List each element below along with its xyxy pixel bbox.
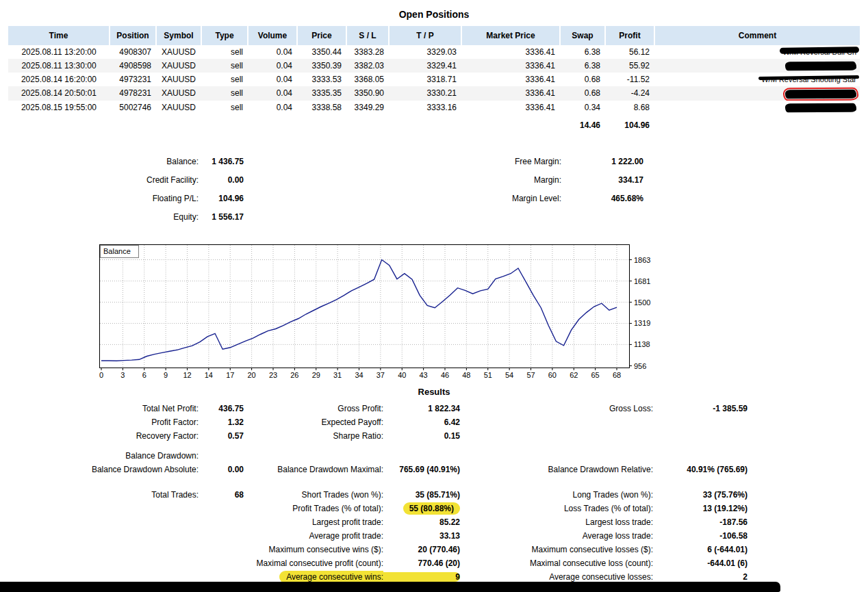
- table-row: 2025.08.15 19:55:005002746XAUUSDsell0.04…: [8, 101, 860, 114]
- cell-type: sell: [201, 101, 248, 114]
- results-row: Balance Drawdown:: [8, 449, 868, 463]
- column-header: Price: [297, 26, 346, 45]
- result-value: 436.75: [199, 404, 244, 413]
- svg-text:54: 54: [505, 371, 513, 379]
- cell-tp: 3330.21: [389, 86, 461, 100]
- cell-volume: 0.04: [248, 59, 297, 73]
- cell-time: 2025.08.11 13:20:00: [8, 45, 110, 59]
- cell-swap: 6.38: [560, 45, 605, 59]
- cell-tp: 3329.03: [389, 45, 461, 59]
- cell-comment: [654, 86, 860, 100]
- result-label: Largest loss trade:: [460, 517, 653, 527]
- cell-market-price: 3336.41: [461, 73, 560, 86]
- result-label: Maximum consecutive losses ($):: [460, 545, 653, 554]
- results-spacer: [0, 443, 868, 449]
- cell-comment: [654, 59, 860, 73]
- summary-row: Floating P/L:104.96: [8, 190, 244, 208]
- summary-row: Credit Facility:0.00: [8, 171, 244, 190]
- result-value: 1.32: [199, 417, 244, 427]
- cell-volume: 0.04: [248, 73, 297, 86]
- cell-price: 3335.35: [297, 86, 346, 100]
- cell-price: 3350.44: [297, 45, 346, 59]
- result-label: Profit Factor:: [8, 417, 199, 427]
- summary-value: 465.68%: [561, 194, 643, 203]
- svg-text:60: 60: [548, 371, 557, 379]
- redaction-scribble: [785, 103, 856, 113]
- result-value: 6 (-644.01): [653, 545, 748, 554]
- column-header: T / P: [389, 26, 461, 45]
- column-header: Volume: [248, 26, 297, 45]
- svg-text:3: 3: [120, 371, 125, 379]
- result-value: 85.22: [383, 517, 460, 527]
- positions-tbody: 2025.08.11 13:20:004908307XAUUSDsell0.04…: [8, 45, 860, 133]
- result-label: Long Trades (won %):: [460, 490, 653, 500]
- result-value: 0.15: [383, 431, 460, 441]
- summary-left-column: Balance:1 436.75Credit Facility:0.00Floa…: [8, 153, 244, 227]
- cell-position: 4908598: [110, 59, 156, 73]
- results-row: Recovery Factor:0.57Sharpe Ratio:0.15: [8, 429, 868, 443]
- svg-text:51: 51: [484, 371, 492, 379]
- result-label: Short Trades (won %):: [244, 490, 383, 500]
- cell-symbol: XAUUSD: [156, 45, 201, 59]
- redacted-comment-text: W/M Reversal Shooting Star: [761, 75, 856, 84]
- result-label: Balance Drawdown:: [8, 451, 199, 461]
- result-value: -1 385.59: [653, 404, 748, 413]
- totals-empty-cell: [248, 114, 297, 133]
- cell-swap: 0.68: [560, 86, 605, 100]
- svg-text:12: 12: [183, 371, 191, 379]
- cell-sl: 3368.05: [346, 73, 389, 86]
- highlighted-value: 9: [383, 572, 460, 582]
- result-label: Profit Trades (% of total):: [244, 504, 383, 513]
- results-row: Average profit trade:33.13Average loss t…: [8, 529, 868, 543]
- results-row: Profit Factor:1.32Expected Payoff:6.42: [8, 415, 868, 429]
- summary-label: Equity:: [8, 212, 199, 222]
- column-header: Position: [110, 26, 156, 45]
- summary-value: 104.96: [199, 194, 244, 203]
- totals-empty-cell: [461, 114, 560, 133]
- svg-text:43: 43: [420, 371, 428, 379]
- cell-time: 2025.08.14 20:50:01: [8, 86, 110, 100]
- svg-text:20: 20: [248, 371, 256, 379]
- svg-text:37: 37: [376, 371, 385, 379]
- svg-text:68: 68: [613, 371, 621, 379]
- result-value: 33.13: [383, 531, 460, 541]
- result-value: 35 (85.71%): [383, 490, 460, 500]
- cell-symbol: XAUUSD: [156, 59, 201, 73]
- cell-tp: 3318.71: [389, 73, 461, 86]
- summary-value: 1 556.17: [199, 212, 244, 222]
- cell-swap: 0.68: [560, 73, 605, 86]
- result-label: Recovery Factor:: [8, 431, 199, 441]
- cell-symbol: XAUUSD: [156, 86, 201, 100]
- result-label: Maximum consecutive wins ($):: [244, 545, 383, 554]
- summary-label: Balance:: [8, 157, 199, 166]
- cell-profit: 56.12: [605, 45, 654, 59]
- svg-text:57: 57: [526, 371, 535, 379]
- result-value: 68: [199, 490, 244, 500]
- result-label: Balance Drawdown Absolute:: [8, 465, 199, 474]
- result-value: 765.69 (40.91%): [383, 465, 460, 474]
- result-label: Gross Loss:: [460, 404, 653, 413]
- column-header: Comment: [654, 26, 860, 45]
- cell-tp: 3333.16: [389, 101, 461, 114]
- column-header: Symbol: [156, 26, 201, 45]
- result-value: 770.46 (20): [383, 558, 460, 568]
- svg-text:1863: 1863: [634, 255, 650, 263]
- svg-text:6: 6: [142, 371, 146, 379]
- svg-text:1681: 1681: [634, 277, 650, 285]
- cell-position: 5002746: [110, 101, 156, 114]
- result-label: Largest profit trade:: [244, 517, 383, 527]
- result-label: Balance Drawdown Relative:: [460, 465, 653, 474]
- summary-row: Equity:1 556.17: [8, 208, 244, 227]
- svg-text:1500: 1500: [634, 298, 650, 307]
- svg-text:26: 26: [290, 371, 298, 379]
- cell-volume: 0.04: [248, 45, 297, 59]
- table-header-row: TimePositionSymbolTypeVolumePriceS / LT …: [8, 26, 860, 45]
- cell-sl: 3383.28: [346, 45, 389, 59]
- summary-value: 334.17: [561, 175, 643, 185]
- summary-row: Free Margin:1 222.00: [244, 153, 643, 171]
- totals-empty-cell: [297, 114, 346, 133]
- cell-tp: 3329.41: [389, 59, 461, 73]
- result-value: -644.01 (6): [653, 558, 748, 568]
- result-label: Balance Drawdown Maximal:: [244, 465, 383, 474]
- summary-value: 1 436.75: [199, 157, 244, 166]
